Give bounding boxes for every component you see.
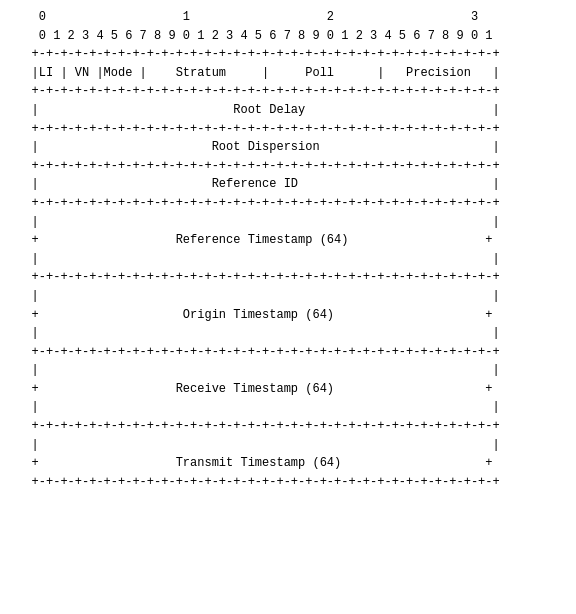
ntp-packet-diagram: 0 1 2 3 0 1 2 3 4 5 6 7 8 9 0 1 2 3 4 5 … bbox=[10, 8, 566, 491]
